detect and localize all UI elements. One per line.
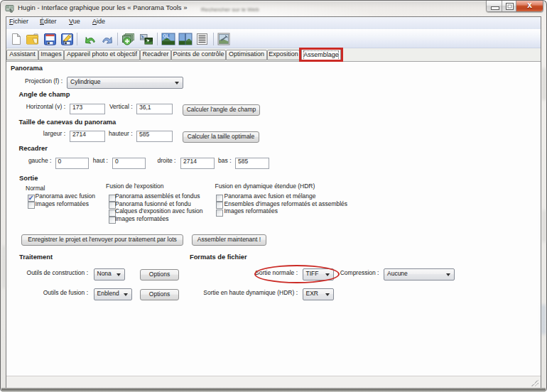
svg-text:GL: GL — [163, 33, 169, 38]
